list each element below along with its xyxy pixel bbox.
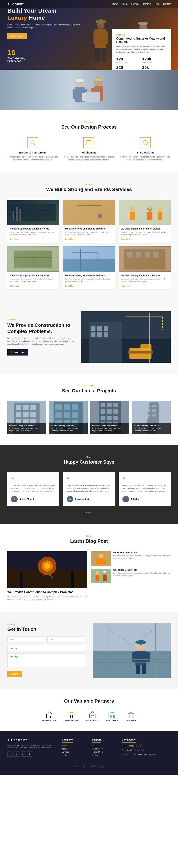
dot-2[interactable]: [88, 512, 90, 513]
svg-rect-121: [113, 415, 118, 420]
name-input[interactable]: [7, 637, 45, 643]
svg-rect-165: [146, 652, 150, 662]
footer-link-home[interactable]: Home: [62, 745, 86, 747]
svg-rect-104: [72, 404, 78, 410]
projects-grid: We Build Strong and Brands Lorem ipsum d…: [7, 401, 171, 434]
cta-description: Lorem ipsum dolor sit amet consectetur a…: [7, 337, 77, 346]
twitter-icon[interactable]: t: [14, 751, 19, 757]
footer-contact-heading: Contact Info: [122, 738, 136, 743]
footer-link-services[interactable]: Services: [62, 751, 86, 753]
read-more-2[interactable]: Read More: [65, 238, 75, 240]
footer-link-privacy[interactable]: Privacy Policy: [92, 748, 116, 750]
read-more-3[interactable]: Read More: [121, 238, 130, 240]
submit-button[interactable]: Submit: [7, 671, 22, 677]
nav-about[interactable]: About: [122, 3, 127, 5]
read-more-4[interactable]: Read More: [9, 285, 19, 287]
nav-home[interactable]: Home: [112, 3, 118, 5]
footer-link-faq[interactable]: FAQ: [92, 745, 116, 747]
read-more-1[interactable]: Read More: [9, 238, 19, 240]
svg-line-33: [33, 144, 35, 145]
svg-rect-31: [85, 92, 100, 102]
partners-title: Our Valuable Partners: [7, 698, 171, 704]
form-row-2: [7, 645, 85, 651]
social-icons: f t in li: [7, 751, 56, 757]
blog-main-title: We Provide Construction to Complex Probl…: [7, 590, 87, 594]
testimonial-author-1: R Rahver Shuntil: [11, 496, 56, 502]
partner-1[interactable]: Architecture: [42, 711, 57, 722]
cta-tag: Solutions: [7, 318, 77, 321]
service-content-6: We Build Strong and Brands Services Lore…: [119, 272, 171, 289]
testimonials-section: Client Happy Customer Says ❝ Lorem ipsum…: [0, 445, 178, 524]
hero-cta-button[interactable]: Learn More: [7, 33, 27, 39]
service-card-2: We Build Strong and Brands Services Lore…: [63, 199, 115, 243]
svg-rect-49: [119, 200, 171, 224]
number-input[interactable]: [7, 645, 85, 651]
footer-link-contact[interactable]: Contact: [92, 754, 116, 756]
svg-point-24: [76, 79, 84, 83]
footer-email: Email: info@construct.com: [122, 749, 171, 752]
hero-section: Build Your Dream Luxury Home Lorem ipsum…: [0, 0, 178, 70]
testimonials-tag: Client: [7, 456, 171, 458]
footer-link-about[interactable]: About: [62, 748, 86, 750]
partner-5[interactable]: Property: [126, 711, 136, 722]
instagram-icon[interactable]: in: [21, 751, 26, 757]
testimonials-title: Happy Customer Says: [7, 459, 171, 465]
svg-rect-164: [132, 652, 136, 662]
slider-dots: [7, 512, 171, 513]
partner-3[interactable]: Real Estate: [86, 711, 99, 722]
svg-rect-118: [113, 409, 118, 414]
project-card-2[interactable]: We Build Strong and Brands Lorem ipsum d…: [49, 401, 87, 434]
services-tag: Services: [7, 183, 171, 186]
service-content-1: We Build Strong and Brands Services Lore…: [7, 225, 59, 243]
dot-1[interactable]: [86, 512, 87, 513]
svg-rect-84: [97, 333, 102, 337]
about-title: Committed to Superior Quality and Result…: [116, 37, 166, 43]
years-label-2: Experience: [7, 60, 81, 62]
project-overlay-1: We Build Strong and Brands Lorem ipsum d…: [7, 423, 46, 434]
cta-button[interactable]: Contact Now: [7, 349, 28, 355]
footer-link-terms[interactable]: Terms of Service: [92, 751, 116, 753]
read-more-5[interactable]: Read More: [65, 285, 75, 287]
project-card-1[interactable]: We Build Strong and Brands Lorem ipsum d…: [7, 401, 46, 434]
service-card-6: We Build Strong and Brands Services Lore…: [119, 246, 171, 289]
svg-point-162: [136, 640, 146, 645]
blog-main-card[interactable]: We Provide Construction to Complex Probl…: [7, 551, 87, 601]
svg-rect-185: [113, 715, 115, 718]
project-card-4[interactable]: We Build Strong and Brands Lorem ipsum d…: [132, 401, 171, 434]
linkedin-icon[interactable]: li: [27, 751, 32, 757]
blog-post-1[interactable]: We Provide Construction Lorem ipsum dolo…: [91, 551, 171, 566]
svg-rect-140: [20, 571, 22, 588]
footer-about: ✦ Construct Lorem ipsum dolor sit amet c…: [7, 738, 56, 757]
nav-services[interactable]: Services: [131, 3, 139, 5]
dot-3[interactable]: [91, 512, 93, 513]
svg-rect-94: [16, 412, 21, 417]
nav-portfolio[interactable]: Portfolio: [143, 3, 151, 5]
service-content-3: We Build Strong and Brands Services Lore…: [119, 225, 171, 243]
svg-rect-58: [158, 212, 162, 220]
nav-logo[interactable]: ✦ Construct: [7, 2, 24, 6]
partner-2[interactable]: Company Name: [64, 711, 79, 722]
service-img-5: [63, 246, 115, 272]
svg-rect-55: [147, 212, 152, 220]
projects-section: Project See Our Latest Projects: [0, 374, 178, 445]
stat-team: 20k Team Members: [142, 65, 166, 70]
svg-rect-129: [152, 405, 156, 407]
project-card-3[interactable]: We Build Strong and Brands Lorem ipsum d…: [91, 401, 129, 434]
nav-links: Home About Services Portfolio Blog Conta…: [112, 3, 171, 5]
process-icon-3: [140, 137, 151, 148]
message-input[interactable]: [7, 653, 85, 667]
workers-section: [0, 70, 178, 110]
process-step-3: Start Working Lorem ipsum dolor sit amet…: [120, 137, 171, 161]
email-input[interactable]: [47, 637, 85, 643]
partner-4[interactable]: Real Estate: [106, 711, 119, 722]
hero-subtitle: Lorem ipsum dolor sit amet, consectetur …: [7, 24, 81, 29]
footer-link-portfolio[interactable]: Portfolio: [62, 754, 86, 756]
facebook-icon[interactable]: f: [7, 751, 12, 757]
nav-contact[interactable]: Contact: [163, 3, 171, 5]
read-more-6[interactable]: Read More: [121, 285, 130, 287]
blog-post-2[interactable]: We Provide Construction Lorem ipsum dolo…: [91, 569, 171, 583]
project-overlay-3: We Build Strong and Brands Lorem ipsum d…: [91, 423, 129, 434]
svg-rect-147: [103, 559, 106, 564]
svg-rect-87: [128, 351, 153, 353]
nav-blog[interactable]: Blog: [155, 3, 159, 5]
